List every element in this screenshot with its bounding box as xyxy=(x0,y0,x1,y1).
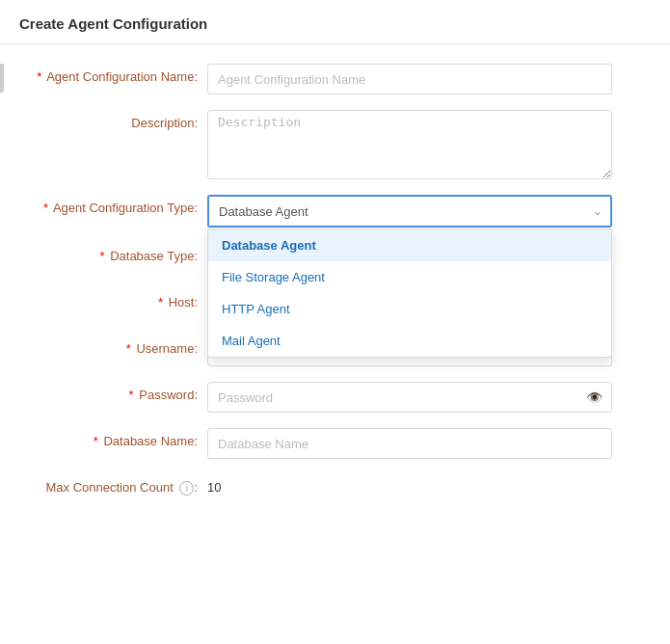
dropdown-item-database-agent[interactable]: Database Agent xyxy=(208,229,611,261)
eye-icon[interactable]: 👁️ xyxy=(586,389,603,405)
database-name-row: * Database Name: xyxy=(19,428,631,459)
name-required-star: * xyxy=(37,69,41,84)
type-select-wrapper: Database Agent File Storage Agent HTTP A… xyxy=(207,195,612,228)
dropdown-item-mail-agent[interactable]: Mail Agent xyxy=(208,325,611,357)
description-label: Description: xyxy=(19,110,207,130)
name-label: * Agent Configuration Name: xyxy=(19,64,207,84)
database-type-required-star: * xyxy=(99,249,104,263)
page-header: Create Agent Configuration xyxy=(0,0,670,44)
type-required-star: * xyxy=(43,201,48,215)
max-connection-label: Max Connection Count i: xyxy=(19,474,207,496)
info-icon[interactable]: i xyxy=(179,481,194,496)
password-wrapper: 👁️ xyxy=(207,382,612,413)
page-title: Create Agent Configuration xyxy=(19,15,207,32)
type-row: * Agent Configuration Type: Database Age… xyxy=(19,195,631,228)
type-select[interactable]: Database Agent File Storage Agent HTTP A… xyxy=(207,195,612,228)
max-connection-row: Max Connection Count i: 10 xyxy=(19,474,631,496)
host-label: * Host: xyxy=(19,289,207,309)
password-row: * Password: 👁️ xyxy=(19,382,631,413)
type-label: * Agent Configuration Type: xyxy=(19,195,207,215)
username-label: * Username: xyxy=(19,335,207,356)
database-name-required-star: * xyxy=(94,434,98,448)
name-row: * Agent Configuration Name: xyxy=(19,64,631,94)
password-label: * Password: xyxy=(19,382,207,402)
dropdown-item-http-agent[interactable]: HTTP Agent xyxy=(208,293,611,325)
form-container: * Agent Configuration Name: Description:… xyxy=(0,44,670,530)
database-type-label: * Database Type: xyxy=(19,243,207,263)
host-required-star: * xyxy=(158,295,163,309)
type-dropdown-menu: Database Agent File Storage Agent HTTP A… xyxy=(207,228,612,358)
username-required-star: * xyxy=(126,341,131,356)
database-name-input[interactable] xyxy=(207,428,612,459)
password-input[interactable] xyxy=(207,382,612,413)
description-row: Description: xyxy=(19,110,631,179)
database-name-label: * Database Name: xyxy=(19,428,207,448)
left-accent xyxy=(0,64,4,93)
dropdown-item-file-storage-agent[interactable]: File Storage Agent xyxy=(208,261,611,293)
password-required-star: * xyxy=(129,388,134,402)
name-input[interactable] xyxy=(207,64,612,94)
max-connection-value: 10 xyxy=(207,474,221,495)
description-input[interactable] xyxy=(207,110,612,179)
